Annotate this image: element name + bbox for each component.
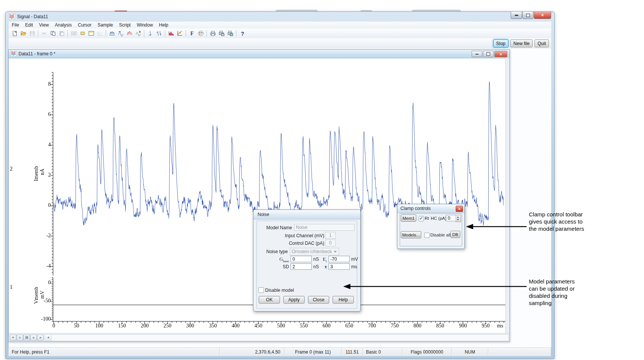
quit-button[interactable]: Quit xyxy=(535,39,549,47)
menu-file[interactable]: File xyxy=(9,22,22,28)
help-icon[interactable]: ? xyxy=(238,29,247,38)
control-dac-field[interactable]: 0 xyxy=(325,239,336,246)
rt-checkbox[interactable] xyxy=(419,216,424,221)
stop-button[interactable]: Stop xyxy=(493,39,509,47)
model-name-field[interactable]: Noise xyxy=(294,224,355,231)
waveform-tool-icon[interactable]: ≈ xyxy=(17,335,23,341)
input-channel-field[interactable]: 1 xyxy=(325,232,336,239)
cursor-pair-icon[interactable] xyxy=(155,29,163,38)
cursor-add-icon[interactable] xyxy=(146,29,155,38)
channel-name: Vmemb xyxy=(33,287,39,304)
er-field[interactable]: -70 xyxy=(328,256,350,262)
gbase-field[interactable]: 0 xyxy=(291,256,312,262)
x-tick-label: 950 xyxy=(478,323,493,329)
toolbar-separator xyxy=(106,30,106,37)
sample-bar-icon[interactable] xyxy=(108,29,116,38)
status-value: 111.51 xyxy=(342,348,363,356)
channel-name: Imemb xyxy=(33,166,39,181)
histogram-icon[interactable] xyxy=(167,29,175,38)
copy-icon[interactable] xyxy=(48,29,57,38)
x-tick-label: 900 xyxy=(455,323,470,329)
status-help: For Help, press F1 xyxy=(9,348,220,356)
next-frame-icon[interactable]: » xyxy=(37,335,44,341)
cut-icon: ✂ xyxy=(40,29,48,38)
tau-units: ms xyxy=(351,264,357,269)
save-file-icon xyxy=(28,29,36,38)
y-tick-label: -2 xyxy=(39,233,51,239)
model-name-label: Model Name xyxy=(266,225,292,230)
toolbar-separator xyxy=(236,30,236,37)
x-axis-unit-label: ms xyxy=(497,323,503,329)
control-dac-label: Control DAC (pA) xyxy=(289,241,324,246)
er-units: mV xyxy=(351,257,358,262)
doc-minimize-button[interactable] xyxy=(472,51,482,57)
overlay-tool-icon[interactable]: ⊞ xyxy=(23,335,30,341)
menu-help[interactable]: Help xyxy=(156,22,172,28)
horizontal-scrollbar[interactable]: ◄ xyxy=(45,334,509,341)
disable-all-checkbox[interactable] xyxy=(424,233,430,238)
open-file-icon[interactable] xyxy=(19,29,28,38)
restore-button[interactable] xyxy=(522,12,533,19)
noise-type-label: Noise type xyxy=(266,249,288,254)
menu-analysis[interactable]: Analysis xyxy=(52,22,75,28)
wave-dashed-icon[interactable] xyxy=(125,29,134,38)
spin-up-icon[interactable] xyxy=(457,216,459,218)
menu-view[interactable]: View xyxy=(36,22,52,28)
scroll-left-icon[interactable]: ◄ xyxy=(45,335,52,341)
document-bottom-toolbar: +≈⊞«» ◄ xyxy=(9,333,510,341)
status-flags: Flags 00000000 xyxy=(402,348,452,356)
print-visible-icon[interactable] xyxy=(217,29,226,38)
memory-window-icon[interactable] xyxy=(87,29,95,38)
disable-all-label: Disable all xyxy=(430,233,450,237)
signal-doc-icon xyxy=(11,51,17,57)
wave-arrows-icon[interactable] xyxy=(116,29,125,38)
db-button[interactable]: DB xyxy=(450,231,460,238)
titlebar[interactable]: Signal - Data11 × xyxy=(6,12,554,22)
tau-field[interactable]: 3 xyxy=(328,263,350,270)
y-tick-label: 0 xyxy=(39,280,51,286)
models-button[interactable]: Models... xyxy=(401,231,421,238)
clamp-close-icon[interactable]: × xyxy=(456,206,463,212)
wave-reject-icon[interactable] xyxy=(134,29,142,38)
cursor-tool-icon[interactable]: + xyxy=(10,335,16,341)
channel-units: nA xyxy=(39,169,45,175)
mem1-button[interactable]: Mem1 xyxy=(401,214,416,222)
x-tick-label: 700 xyxy=(364,323,380,329)
sd-field[interactable]: 2 xyxy=(291,263,312,270)
spin-down-icon[interactable] xyxy=(457,219,459,221)
help-button[interactable]: Help xyxy=(333,296,354,304)
new-file-button[interactable]: New file xyxy=(510,39,533,47)
memory-view-icon[interactable] xyxy=(78,29,87,38)
apply-button[interactable]: Apply xyxy=(283,296,305,304)
minimize-button[interactable] xyxy=(511,12,522,19)
prev-frame-icon[interactable]: « xyxy=(30,335,37,341)
print-screen-icon[interactable] xyxy=(226,29,234,38)
colours-icon[interactable] xyxy=(196,29,205,38)
x-tick-label: 300 xyxy=(183,323,198,329)
menu-window[interactable]: Window xyxy=(134,22,156,28)
ok-button[interactable]: OK xyxy=(259,296,280,304)
menu-edit[interactable]: Edit xyxy=(22,22,36,28)
noise-type-dropdown[interactable]: Ornstein-Uhlenbeck xyxy=(290,248,339,255)
font-icon[interactable]: F xyxy=(188,29,196,38)
disable-model-checkbox[interactable] xyxy=(258,287,264,293)
print-icon[interactable] xyxy=(208,29,217,38)
close-button[interactable]: × xyxy=(534,12,551,19)
hc-spinner[interactable] xyxy=(456,215,461,222)
fit-curve-icon[interactable] xyxy=(175,29,184,38)
x-tick-label: 450 xyxy=(251,323,266,329)
menu-cursor[interactable]: Cursor xyxy=(75,22,95,28)
x-tick-label: 400 xyxy=(228,323,243,329)
sd-units: nS xyxy=(313,264,319,269)
noise-dialog-titlebar[interactable]: Noise xyxy=(253,210,360,219)
close-button[interactable]: Close xyxy=(308,296,329,304)
menu-script[interactable]: Script xyxy=(116,22,134,28)
doc-close-button[interactable]: × xyxy=(494,51,507,57)
doc-maximize-button[interactable] xyxy=(483,51,494,57)
figure-canvas: Signal - Data11 × FileEditViewAnalysisCu… xyxy=(0,0,644,360)
noise-dialog: Noise Model Name Noise Input Channel (mV… xyxy=(253,210,361,311)
clamp-titlebar[interactable]: Clamp controls xyxy=(397,204,464,213)
new-file-icon[interactable] xyxy=(10,29,19,38)
x-tick-label: 600 xyxy=(319,323,334,329)
menu-sample[interactable]: Sample xyxy=(95,22,116,28)
